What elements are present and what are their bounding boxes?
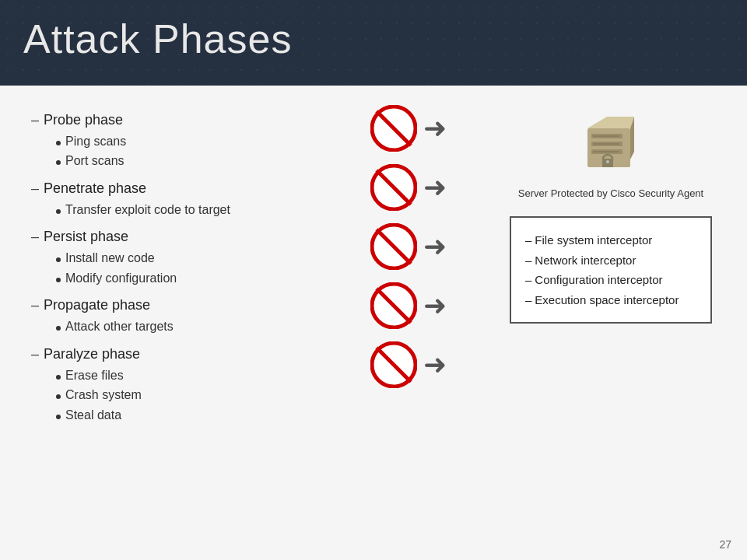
- bullet: [56, 394, 61, 399]
- phase-main: –Paralyze phase: [31, 343, 311, 366]
- right-panel: Server Protected by Cisco Security Agent…: [482, 86, 747, 560]
- dash: –: [31, 109, 39, 131]
- icon-row: ➜: [370, 164, 447, 211]
- sub-label: Modify configuration: [65, 268, 177, 289]
- phase-main: –Propagate phase: [31, 294, 311, 317]
- page-number: 27: [719, 538, 731, 551]
- right-arrow-icon: ➜: [423, 233, 447, 261]
- sub-label: Ping scans: [65, 131, 126, 152]
- info-text: Execution space interceptor: [535, 290, 679, 310]
- no-entry-icon: [370, 223, 417, 270]
- phase-label: Penetrate phase: [44, 177, 146, 200]
- phase-group: –Persist phaseInstall new codeModify con…: [31, 226, 311, 288]
- info-text: File system interceptor: [535, 230, 652, 250]
- server-label: Server Protected by Cisco Security Agent: [518, 187, 703, 201]
- info-box-item: –Configuration interceptor: [525, 270, 696, 290]
- sub-item: Install new code: [31, 248, 311, 268]
- page-title: Attack Phases: [23, 16, 292, 62]
- info-box-item: –Network interceptor: [525, 250, 696, 271]
- phase-list: –Probe phasePing scansPort scans–Penetra…: [31, 109, 311, 425]
- sub-item: Port scans: [31, 151, 311, 171]
- sub-label: Erase files: [65, 366, 124, 386]
- sub-item: Modify configuration: [31, 268, 311, 289]
- phase-label: Persist phase: [44, 226, 128, 248]
- bullet: [56, 257, 61, 262]
- right-arrow-icon: ➜: [423, 114, 447, 142]
- info-dash: –: [525, 290, 531, 310]
- sub-label: Attack other targets: [65, 317, 174, 337]
- phase-group: –Propagate phaseAttack other targets: [31, 294, 311, 336]
- info-box-item: –File system interceptor: [525, 230, 696, 250]
- phase-label: Propagate phase: [44, 294, 150, 317]
- icon-row: ➜: [370, 105, 447, 152]
- right-arrow-icon: ➜: [423, 351, 447, 379]
- info-dash: –: [525, 270, 531, 290]
- phase-group: –Probe phasePing scansPort scans: [31, 109, 311, 171]
- icons-panel: ➜ ➜ ➜ ➜ ➜: [327, 86, 482, 560]
- no-entry-icon: [370, 105, 417, 152]
- bullet: [56, 326, 61, 331]
- phase-list-panel: –Probe phasePing scansPort scans–Penetra…: [0, 86, 327, 560]
- phase-main: –Persist phase: [31, 226, 311, 248]
- sub-item: Transfer exploit code to target: [31, 200, 311, 220]
- dash: –: [31, 343, 39, 366]
- info-dash: –: [525, 230, 531, 250]
- bullet: [56, 160, 61, 165]
- sub-label: Steal data: [65, 405, 121, 425]
- no-entry-icon: [370, 282, 417, 329]
- info-box: –File system interceptor–Network interce…: [510, 216, 712, 324]
- no-entry-icon: [370, 164, 417, 211]
- info-box-item: –Execution space interceptor: [525, 290, 696, 310]
- no-entry-icon: [370, 341, 417, 388]
- bullet: [56, 278, 61, 282]
- sub-item: Attack other targets: [31, 317, 311, 337]
- phase-main: –Penetrate phase: [31, 177, 311, 200]
- icon-row: ➜: [370, 282, 447, 329]
- sub-label: Port scans: [65, 151, 124, 171]
- bullet: [56, 415, 61, 419]
- phase-label: Paralyze phase: [44, 343, 140, 366]
- server-container: Server Protected by Cisco Security Agent: [518, 109, 703, 201]
- right-arrow-icon: ➜: [423, 292, 447, 320]
- svg-point-21: [606, 160, 609, 163]
- sub-item: Ping scans: [31, 131, 311, 152]
- info-text: Network interceptor: [535, 250, 636, 271]
- sub-label: Transfer exploit code to target: [65, 200, 230, 220]
- bullet: [56, 141, 61, 145]
- info-text: Configuration interceptor: [535, 270, 662, 290]
- bullet: [56, 209, 61, 214]
- phase-main: –Probe phase: [31, 109, 311, 131]
- dash: –: [31, 226, 39, 248]
- dash: –: [31, 294, 39, 317]
- phase-group: –Penetrate phaseTransfer exploit code to…: [31, 177, 311, 219]
- sub-item: Erase files: [31, 366, 311, 386]
- bullet: [56, 375, 61, 380]
- svg-marker-11: [587, 117, 634, 128]
- content-area: –Probe phasePing scansPort scans–Penetra…: [0, 86, 747, 560]
- icon-row: ➜: [370, 223, 447, 270]
- sub-label: Install new code: [65, 248, 155, 268]
- icon-row: ➜: [370, 341, 447, 388]
- dash: –: [31, 177, 39, 200]
- sub-item: Steal data: [31, 405, 311, 425]
- server-icon: [576, 109, 646, 179]
- phase-label: Probe phase: [44, 109, 123, 131]
- sub-item: Crash system: [31, 385, 311, 405]
- right-arrow-icon: ➜: [423, 173, 447, 201]
- info-dash: –: [525, 250, 531, 271]
- sub-label: Crash system: [65, 385, 142, 405]
- phase-group: –Paralyze phaseErase filesCrash systemSt…: [31, 343, 311, 425]
